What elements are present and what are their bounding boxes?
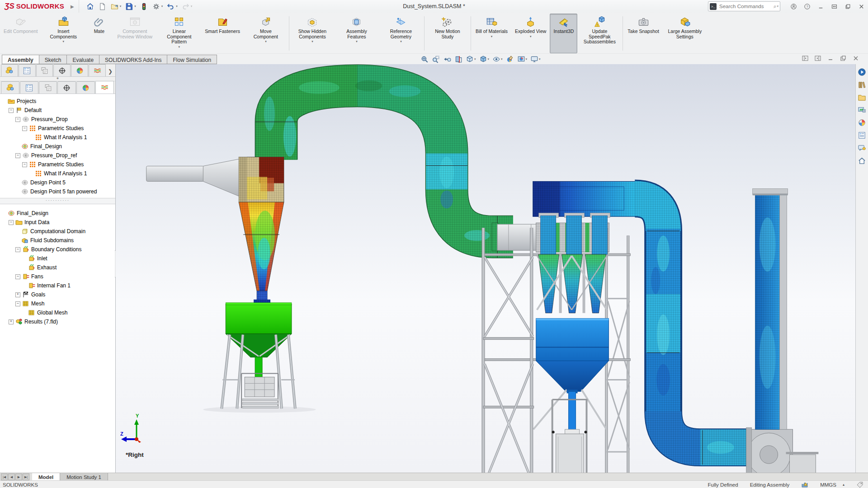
units-dropdown-icon[interactable]: ▴ [843,483,844,487]
dropdown-caret-icon[interactable]: ▾ [474,57,476,61]
fm-tab-display-manager[interactable] [71,64,88,76]
appearances-scenes-button[interactable] [857,117,868,128]
tree-item[interactable]: Design Point 5 fan powered [0,187,115,196]
ribbon-button-new-motion-study[interactable]: New Motion Study [425,14,470,53]
menu-expand-icon[interactable]: ▶ [71,4,74,9]
search-commands-box[interactable]: >_ ⌕ ▾ [708,1,780,11]
fm-tab-configuration-manager[interactable] [39,81,57,94]
edit-appearance-button[interactable] [505,54,515,64]
zoom-to-fit-button[interactable] [420,54,429,64]
display-style-button[interactable]: ▾ [478,54,491,64]
view-palette-button[interactable] [857,104,868,116]
fm-tab-assembly-manager[interactable] [1,81,19,94]
dropdown-caret-icon[interactable]: ▾ [530,35,532,38]
fm-tab-configuration-manager[interactable] [36,64,53,76]
view-orientation-button[interactable]: ▾ [465,54,477,64]
tree-item[interactable]: −Mesh [0,299,115,308]
ribbon-button-assembly-features[interactable]: Assembly Features▾ [335,14,379,53]
options-gear-button[interactable]: ▾ [151,1,165,12]
fm-tab-flow-simulation-manager[interactable] [89,64,106,76]
tree-item[interactable]: Final_Design [0,142,115,151]
ribbon-button-exploded-view[interactable]: Exploded View▾ [511,14,550,53]
tree-item[interactable]: Global Mesh [0,308,115,317]
undo-button[interactable]: ▾ [165,1,179,12]
ribbon-button-insert-components[interactable]: Insert Components▾ [41,14,85,53]
dropdown-caret-icon[interactable]: ▾ [501,57,503,61]
tag-icon[interactable] [856,481,863,488]
tree-item[interactable]: Projects [0,97,115,106]
ribbon-button-bill-of-materials[interactable]: Bill of Materials▾ [472,14,511,53]
tree-item[interactable]: Design Point 5 [0,178,115,187]
tree-item[interactable]: +Goals [0,290,115,299]
save-button[interactable]: ▾ [123,1,137,12]
doc-tab-motion-study-1[interactable]: Motion Study 1 [60,473,108,481]
home-taskpane-button[interactable] [857,155,868,166]
file-explorer-button[interactable] [857,91,868,103]
dropdown-caret-icon[interactable]: ▾ [191,5,193,8]
tree-item[interactable]: −Pressure_Drop [0,115,115,124]
tree-item[interactable]: −Pressure_Drop_ref [0,151,115,160]
publish-traffic-light-button[interactable] [138,1,150,12]
dropdown-caret-icon[interactable]: ▾ [63,40,65,43]
viewport-close-button[interactable] [852,54,860,62]
fm-tab-flow-simulation-manager[interactable] [95,81,114,94]
pane-left-button[interactable] [801,54,809,62]
ribbon-button-instant3d[interactable]: Instant3D [550,14,577,53]
tab-assembly[interactable]: Assembly [2,55,39,64]
dropdown-caret-icon[interactable]: ▾ [265,40,267,43]
ribbon-button-large-assembly-settings[interactable]: Large Assembly Settings [663,14,707,53]
tree-item[interactable]: −Boundary Conditions [0,245,115,254]
fm-tab-display-manager[interactable] [76,81,95,94]
doc-nav-next-icon[interactable]: ▶ [15,474,22,480]
dropdown-caret-icon[interactable]: ▾ [400,40,402,43]
pane-right-button[interactable] [814,54,822,62]
tree-item[interactable]: Inlet [0,254,115,263]
tree-expander-icon[interactable]: − [15,153,20,158]
dropdown-caret-icon[interactable]: ▾ [539,57,541,61]
fm-tab-assembly-manager[interactable] [1,64,18,76]
previous-view-button[interactable] [442,54,452,64]
solidworks-resources-button[interactable] [857,66,868,78]
panel-expand-icon[interactable]: ❯ [106,68,114,76]
dropdown-caret-icon[interactable]: ▾ [356,40,358,43]
status-chart-warning-icon[interactable] [801,481,808,488]
tree-expander-icon[interactable]: − [15,274,20,279]
fm-tab-property-manager[interactable] [20,81,38,94]
hide-show-items-button[interactable]: ▾ [491,54,504,64]
ribbon-button-mate[interactable]: Mate [85,14,113,53]
tree-expander-icon[interactable]: − [9,108,14,113]
redo-button[interactable]: ▾ [180,1,194,12]
tree-expander-icon[interactable]: − [22,162,27,167]
ribbon-button-smart-fasteners[interactable]: Smart Fasteners [201,14,244,53]
graphics-area[interactable]: Y Z *Right [116,64,855,473]
tree-item[interactable]: −Input Data [0,218,115,227]
tree-expander-icon[interactable]: + [9,319,14,324]
help-button[interactable]: ? [800,0,814,12]
user-button[interactable] [787,0,800,12]
ribbon-button-linear-component-pattern[interactable]: Linear Component Pattern▾ [157,14,201,53]
tree-item[interactable]: −Fans [0,272,115,281]
doc-tab-model[interactable]: Model [32,473,60,481]
fm-tab-property-manager[interactable] [19,64,36,76]
tree-expander-icon[interactable]: − [22,126,27,131]
custom-properties-button[interactable] [857,129,868,141]
ribbon-button-show-hidden-components[interactable]: Show Hidden Components▾ [290,14,335,53]
fm-tab-dimxpert-manager[interactable] [57,81,76,94]
dropdown-caret-icon[interactable]: ▾ [179,45,180,49]
dropdown-caret-icon[interactable]: ▾ [526,57,528,61]
tree-expander-icon[interactable]: − [15,117,20,122]
tree-item[interactable]: Exhaust [0,263,115,272]
dropdown-caret-icon[interactable]: ▾ [311,40,313,43]
tree-item[interactable]: What If Analysis 1 [0,133,115,142]
tree-item[interactable]: Fluid Subdomains [0,236,115,245]
dropdown-caret-icon[interactable]: ▾ [488,57,490,61]
tree-item[interactable]: −Parametric Studies [0,124,115,133]
viewport-restore-button[interactable] [839,54,847,62]
close-button[interactable] [854,0,868,12]
tree-item[interactable]: Computational Domain [0,227,115,236]
view-settings-button[interactable]: ▾ [529,54,542,64]
tree-item[interactable]: Internal Fan 1 [0,281,115,290]
tree-item[interactable]: −Default [0,106,115,115]
tree-expander-icon[interactable]: − [15,301,20,306]
dropdown-caret-icon[interactable]: ▾ [491,35,493,38]
